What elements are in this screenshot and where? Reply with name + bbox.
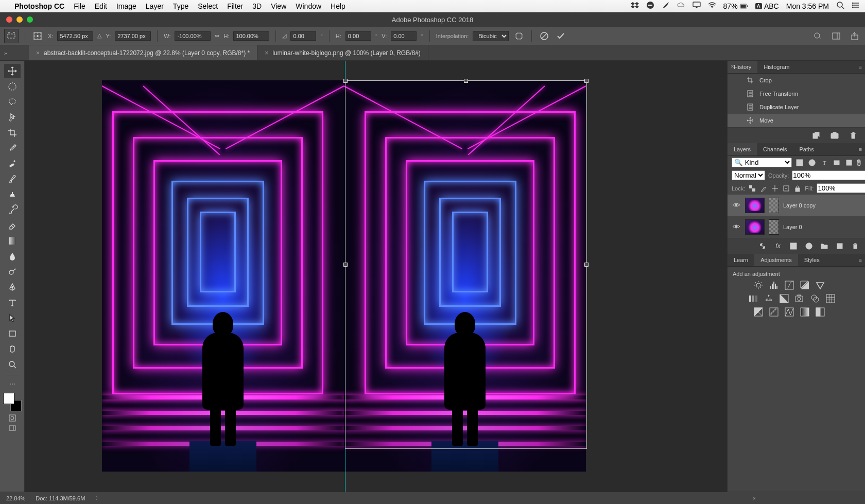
layer-thumbnail[interactable] — [745, 198, 765, 213]
exposure-icon[interactable] — [800, 280, 810, 290]
link-layers-icon[interactable] — [758, 241, 767, 251]
status-circle-icon[interactable] — [646, 1, 654, 11]
skew-v-input[interactable] — [391, 31, 417, 41]
posterize-icon[interactable] — [769, 307, 779, 317]
menu-type[interactable]: Type — [173, 2, 188, 10]
y-input[interactable] — [115, 31, 151, 41]
close-tab-icon[interactable]: × — [36, 49, 40, 57]
black-white-icon[interactable] — [779, 293, 789, 304]
panel-menu-icon[interactable]: ≡ — [859, 146, 862, 152]
brush-tool[interactable] — [4, 172, 21, 186]
window-minimize-button[interactable] — [16, 16, 23, 23]
panel-menu-icon[interactable]: ≡ — [859, 64, 862, 70]
zoom-tool[interactable] — [4, 357, 21, 372]
filter-toggle[interactable] — [857, 158, 861, 167]
visibility-toggle[interactable] — [732, 223, 741, 231]
close-tab-icon[interactable]: × — [265, 49, 268, 57]
lock-all-icon[interactable] — [793, 184, 802, 193]
app-name[interactable]: Photoshop CC — [14, 2, 64, 10]
create-document-icon[interactable] — [811, 131, 821, 140]
lock-transparency-icon[interactable] — [748, 184, 756, 193]
active-tool-indicator[interactable] — [4, 29, 19, 43]
transform-bounding-box[interactable] — [345, 80, 587, 449]
menu-help[interactable]: Help — [331, 2, 345, 10]
menu-file[interactable]: File — [74, 2, 85, 10]
search-icon[interactable] — [811, 30, 824, 42]
pen-tool[interactable] — [4, 280, 21, 294]
share-icon[interactable] — [849, 30, 861, 42]
vibrance-icon[interactable] — [815, 280, 825, 290]
panel-menu-icon[interactable]: ≡ — [859, 257, 862, 263]
eyedropper-tool[interactable] — [4, 141, 21, 155]
history-brush-tool[interactable] — [4, 203, 21, 217]
filter-adjustment-icon[interactable] — [807, 158, 817, 167]
new-layer-icon[interactable] — [835, 241, 844, 251]
curves-icon[interactable] — [784, 280, 794, 290]
filter-shape-icon[interactable] — [832, 158, 841, 167]
menu-3d[interactable]: 3D — [252, 2, 262, 10]
filter-type-icon[interactable]: T — [820, 158, 829, 167]
new-group-icon[interactable] — [820, 241, 829, 251]
history-item[interactable]: Move — [728, 114, 865, 127]
trash-icon[interactable] — [849, 131, 858, 140]
menu-filter[interactable]: Filter — [227, 2, 243, 10]
doc-size[interactable]: Doc: 114.3M/59.6M — [36, 495, 85, 501]
filter-pixel-icon[interactable] — [795, 158, 804, 167]
quick-mask-icon[interactable] — [9, 414, 16, 422]
menu-extras-icon[interactable] — [852, 1, 860, 11]
healing-brush-tool[interactable] — [4, 157, 21, 171]
commit-transform-button[interactable] — [555, 30, 567, 42]
layer-name[interactable]: Layer 0 copy — [783, 202, 816, 208]
interp-select[interactable]: Bicubic — [473, 31, 509, 41]
transform-handle[interactable] — [343, 263, 348, 267]
tab-learn[interactable]: Learn — [728, 254, 754, 266]
eraser-tool[interactable] — [4, 218, 21, 233]
transform-handle[interactable] — [584, 79, 589, 83]
layer-row[interactable]: Layer 0 — [728, 216, 865, 238]
link-icon[interactable]: ⇔ — [215, 32, 219, 39]
blur-tool[interactable] — [4, 249, 21, 264]
transform-handle[interactable] — [464, 79, 468, 83]
gradient-map-icon[interactable] — [800, 307, 810, 317]
visibility-toggle[interactable] — [732, 202, 741, 209]
lock-artboard-icon[interactable] — [782, 184, 790, 193]
layer-mask-thumbnail[interactable] — [769, 198, 779, 213]
color-lookup-icon[interactable] — [825, 293, 836, 304]
canvas-area[interactable] — [25, 61, 727, 492]
layer-filter-kind[interactable]: 🔍 Kind — [732, 158, 792, 167]
transform-handle[interactable] — [343, 79, 348, 83]
layer-row[interactable]: Layer 0 copy — [728, 195, 865, 216]
expand-dock-icon[interactable]: » — [4, 45, 7, 61]
transform-handle[interactable] — [584, 263, 589, 267]
history-item[interactable]: Duplicate Layer — [728, 100, 865, 114]
tab-layers[interactable]: Layers — [728, 143, 757, 155]
history-item[interactable]: Crop — [728, 74, 865, 87]
selective-color-icon[interactable] — [815, 307, 825, 317]
airplay-icon[interactable] — [693, 1, 701, 11]
brightness-contrast-icon[interactable] — [753, 280, 764, 290]
tab-adjustments[interactable]: Adjustments — [754, 254, 798, 266]
filter-smart-icon[interactable] — [844, 158, 854, 167]
workspace-icon[interactable] — [830, 30, 842, 42]
quick-select-tool[interactable] — [4, 110, 21, 125]
snapshot-icon[interactable] — [830, 131, 839, 140]
photo-filter-icon[interactable] — [794, 293, 805, 304]
tab-paths[interactable]: Paths — [793, 143, 820, 155]
opacity-input[interactable] — [792, 170, 865, 180]
hue-sat-icon[interactable] — [748, 293, 758, 304]
battery-status[interactable]: 87% — [723, 2, 748, 10]
edit-toolbar-icon[interactable]: ⋯ — [9, 380, 16, 388]
close-panel-icon[interactable]: × — [731, 63, 734, 70]
feather-icon[interactable] — [662, 1, 670, 11]
screen-mode-icon[interactable] — [9, 425, 16, 432]
warp-mode-button[interactable] — [513, 30, 525, 42]
wifi-icon[interactable] — [708, 1, 716, 11]
zoom-level[interactable]: 22.84% — [6, 495, 25, 501]
hand-tool[interactable] — [4, 342, 21, 356]
type-tool[interactable] — [4, 296, 21, 310]
menu-edit[interactable]: Edit — [95, 2, 107, 10]
reference-point-grid[interactable] — [31, 30, 44, 42]
menu-select[interactable]: Select — [198, 2, 218, 10]
fill-input[interactable] — [817, 183, 865, 193]
window-zoom-button[interactable] — [27, 16, 33, 23]
